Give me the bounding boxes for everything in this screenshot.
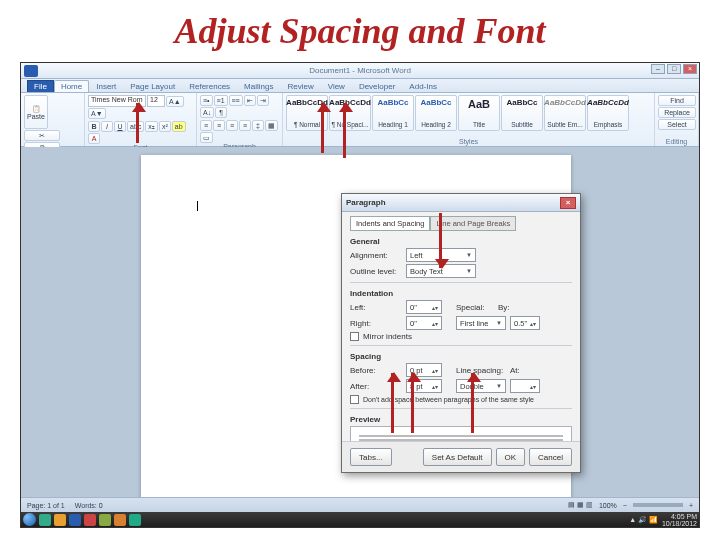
style-subtitle[interactable]: AaBbCcSubtitle [501,95,543,131]
style-heading1[interactable]: AaBbCcHeading 1 [372,95,414,131]
tab-developer[interactable]: Developer [352,80,402,92]
zoom-level[interactable]: 100% [599,502,617,509]
zoom-in-button[interactable]: + [689,502,693,509]
dont-add-space-checkbox[interactable] [350,395,359,404]
taskbar-app-icon[interactable] [54,514,66,526]
line-spacing-label: Line spacing: [456,366,506,375]
highlight-button[interactable]: ab [172,121,186,132]
zoom-slider[interactable] [633,503,683,507]
chevron-down-icon: ▼ [496,320,502,326]
by-input[interactable]: 0.5"▴▾ [510,316,540,330]
grow-font-button[interactable]: A▲ [166,96,184,107]
tab-references[interactable]: References [182,80,237,92]
line-spacing-combo[interactable]: Double▼ [456,379,506,393]
dialog-title-bar[interactable]: Paragraph × [342,194,580,212]
style-no-spacing[interactable]: AaBbCcDd¶ No Spaci... [329,95,371,131]
subscript-button[interactable]: x₂ [145,121,158,132]
indent-left-input[interactable]: 0"▴▾ [406,300,442,314]
tab-insert[interactable]: Insert [89,80,123,92]
select-button[interactable]: Select [658,119,696,130]
show-marks-button[interactable]: ¶ [215,107,227,118]
tab-review[interactable]: Review [280,80,320,92]
align-right-button[interactable]: ≡ [226,120,238,131]
tab-home[interactable]: Home [54,80,89,92]
special-label: Special: [456,303,494,312]
ok-button[interactable]: OK [496,448,526,466]
ribbon-group-styles: AaBbCcDd¶ Normal AaBbCcDd¶ No Spaci... A… [283,93,655,146]
style-emphasis[interactable]: AaBbCcDdEmphasis [587,95,629,131]
shading-button[interactable]: ▦ [265,120,278,131]
view-buttons[interactable]: ▤ ▦ ▥ [568,501,593,509]
style-title[interactable]: AaBTitle [458,95,500,131]
annotation-arrow-before [391,373,394,433]
superscript-button[interactable]: x² [159,121,171,132]
number-list-button[interactable]: ≡1 [214,95,228,106]
style-subtle-emphasis[interactable]: AaBbCcDdSubtle Em... [544,95,586,131]
close-button[interactable]: × [683,64,697,74]
taskbar-app-icon[interactable] [39,514,51,526]
styles-gallery[interactable]: AaBbCcDd¶ Normal AaBbCcDd¶ No Spaci... A… [286,95,651,131]
tab-page-layout[interactable]: Page Layout [123,80,182,92]
document-title: Document1 - Microsoft Word [309,66,411,75]
paragraph-dialog[interactable]: Paragraph × Indents and Spacing Line and… [341,193,581,473]
annotation-arrow-alignment [439,213,442,268]
at-input[interactable]: ▴▾ [510,379,540,393]
taskbar-word-icon[interactable] [69,514,81,526]
tab-view[interactable]: View [321,80,352,92]
font-color-button[interactable]: A [88,133,100,144]
paste-icon: 📋 [32,105,41,113]
special-combo[interactable]: First line▼ [456,316,506,330]
find-button[interactable]: Find [658,95,696,106]
dialog-tab-indents[interactable]: Indents and Spacing [350,216,430,231]
set-default-button[interactable]: Set As Default [423,448,492,466]
start-button[interactable] [23,513,36,526]
slide-title: Adjust Spacing and Font [0,0,720,56]
taskbar-excel-icon[interactable] [129,514,141,526]
minimize-button[interactable]: – [651,64,665,74]
annotation-arrow-font [136,103,139,143]
borders-button[interactable]: ▭ [200,132,213,143]
bullet-list-button[interactable]: ≡• [200,95,213,106]
taskbar-app-icon[interactable] [114,514,126,526]
mirror-indents-checkbox[interactable] [350,332,359,341]
ribbon-group-paragraph: ≡• ≡1 ≡≡ ⇤ ⇥ A↓ ¶ ≡ ≡ ≡ ≡ ‡ ▦ ▭ Paragrap… [197,93,283,146]
tab-mailings[interactable]: Mailings [237,80,280,92]
cut-button[interactable]: ✂ [24,130,60,141]
maximize-button[interactable]: □ [667,64,681,74]
justify-button[interactable]: ≡ [239,120,251,131]
spinner-icon: ▴▾ [530,383,536,390]
align-center-button[interactable]: ≡ [213,120,225,131]
annotation-arrow-styles2 [343,103,346,158]
line-spacing-button[interactable]: ‡ [252,120,264,131]
taskbar-app-icon[interactable] [99,514,111,526]
status-words: Words: 0 [75,502,103,509]
dialog-tab-line-breaks[interactable]: Line and Page Breaks [430,216,516,231]
tab-file[interactable]: File [27,80,54,92]
zoom-out-button[interactable]: − [623,502,627,509]
tab-addins[interactable]: Add-Ins [402,80,444,92]
dialog-close-button[interactable]: × [560,197,576,209]
shrink-font-button[interactable]: A▼ [88,108,106,119]
cancel-button[interactable]: Cancel [529,448,572,466]
multilevel-list-button[interactable]: ≡≡ [229,95,243,106]
annotation-arrow-line-spacing [471,373,474,433]
indent-right-input[interactable]: 0"▴▾ [406,316,442,330]
spinner-icon: ▴▾ [432,383,438,390]
taskbar-time: 4:05 PM [662,513,697,520]
increase-indent-button[interactable]: ⇥ [257,95,269,106]
replace-button[interactable]: Replace [658,107,696,118]
italic-button[interactable]: I [101,121,113,132]
underline-button[interactable]: U [114,121,126,132]
style-heading2[interactable]: AaBbCcHeading 2 [415,95,457,131]
sort-button[interactable]: A↓ [200,107,214,118]
tabs-button[interactable]: Tabs... [350,448,392,466]
system-tray[interactable]: ▲ 🔊 📶 4:05 PM 10/18/2012 [629,513,697,527]
bold-button[interactable]: B [88,121,100,132]
decrease-indent-button[interactable]: ⇤ [244,95,256,106]
taskbar-powerpoint-icon[interactable] [84,514,96,526]
annotation-arrow-styles1 [321,103,324,153]
tray-icons[interactable]: ▲ 🔊 📶 [629,516,658,524]
paste-button[interactable]: 📋 Paste [24,95,48,129]
font-size-input[interactable]: 12 [147,95,165,107]
align-left-button[interactable]: ≡ [200,120,212,131]
